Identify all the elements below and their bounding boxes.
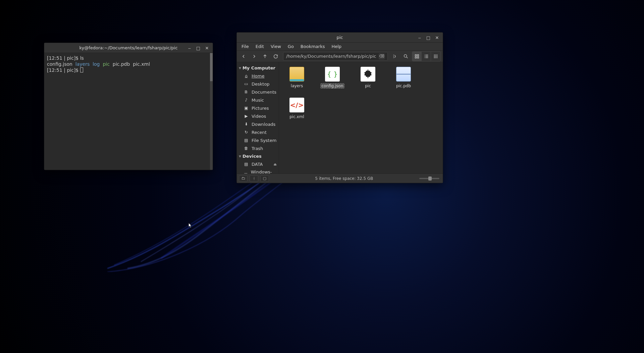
path-text: /home/ky/Documents/learn/fsharp/pic/pic: [286, 54, 376, 59]
toggle-path-button[interactable]: [390, 52, 400, 61]
svg-point-7: [437, 55, 437, 55]
menu-view[interactable]: View: [268, 43, 284, 50]
sidebar-item-filesystem[interactable]: ▤File System: [237, 136, 279, 144]
menu-bookmarks[interactable]: Bookmarks: [298, 43, 328, 50]
fm-file-grid[interactable]: layers { } config.json pic pic.pdb </> p…: [279, 62, 443, 173]
menu-file[interactable]: File: [239, 43, 252, 50]
ls-output-file: pic.pdb: [113, 61, 130, 67]
trash-icon: 🗑: [244, 146, 249, 151]
nav-up-button[interactable]: [260, 52, 270, 61]
path-clear-button[interactable]: ⌫: [379, 53, 385, 59]
terminal-maximize-button[interactable]: □: [194, 44, 203, 52]
terminal-titlebar[interactable]: ky@fedora:~/Documents/learn/fsharp/pic/p…: [44, 43, 213, 53]
file-item-xml[interactable]: </> pic.xml: [284, 98, 310, 119]
home-icon: ⌂: [244, 73, 249, 79]
folder-icon: [289, 67, 304, 82]
file-item-pdb[interactable]: pic.pdb: [390, 67, 417, 88]
svg-point-12: [435, 57, 436, 58]
sidebar-item-home[interactable]: ⌂Home: [237, 72, 279, 80]
menu-help[interactable]: Help: [329, 43, 344, 50]
nav-forward-button[interactable]: [250, 52, 259, 61]
view-list-button[interactable]: [422, 52, 431, 61]
terminal-command: ls: [80, 55, 84, 61]
file-manager-window: pic ‒ □ ✕ File Edit View Go Bookmarks He…: [236, 32, 443, 183]
sidebar-item-data[interactable]: ▤DATA⏏: [237, 160, 279, 168]
sidebar-item-downloads[interactable]: ⬇Downloads: [237, 120, 279, 128]
zoom-slider[interactable]: [419, 178, 439, 179]
path-bar[interactable]: /home/ky/Documents/learn/fsharp/pic/pic …: [283, 52, 388, 61]
music-icon: ♪: [244, 97, 249, 103]
svg-point-11: [434, 57, 434, 58]
menu-go[interactable]: Go: [285, 43, 297, 50]
terminal-body[interactable]: [12:51 | pic]$ ls config.json layers log…: [44, 53, 213, 170]
terminal-prompt: [12:51 | pic]$: [47, 55, 80, 61]
terminal-scrollbar[interactable]: [210, 53, 213, 170]
file-label-selected: config.json: [321, 84, 344, 88]
file-item-folder[interactable]: layers: [284, 67, 310, 88]
status-text: 5 items, Free space: 32.5 GB: [269, 176, 419, 181]
terminal-window: ky@fedora:~/Documents/learn/fsharp/pic/p…: [44, 43, 213, 170]
fm-toolbar: /home/ky/Documents/learn/fsharp/pic/pic …: [237, 51, 443, 62]
recent-icon: ↻: [244, 130, 249, 135]
desktop-icon: ▭: [244, 81, 249, 87]
nav-reload-button[interactable]: [271, 52, 280, 61]
svg-point-9: [435, 56, 436, 56]
svg-point-0: [404, 54, 407, 57]
drive-icon: ▤: [244, 172, 248, 173]
ls-output-dir: log: [93, 61, 100, 67]
terminal-title: ky@fedora:~/Documents/learn/fsharp/pic/p…: [79, 45, 177, 50]
videos-icon: ▶: [244, 113, 249, 119]
ls-output-exec: pic: [103, 61, 109, 67]
svg-rect-3: [415, 57, 416, 58]
sidebar-item-music[interactable]: ♪Music: [237, 96, 279, 104]
sidebar-item-trash[interactable]: 🗑Trash: [237, 144, 279, 152]
fm-title: pic: [336, 35, 343, 40]
svg-point-13: [437, 57, 437, 58]
svg-point-5: [434, 55, 434, 55]
terminal-close-button[interactable]: ✕: [203, 44, 211, 52]
fm-titlebar[interactable]: pic ‒ □ ✕: [237, 33, 443, 43]
view-icons-button[interactable]: [412, 52, 422, 61]
terminal-cursor: [80, 67, 83, 72]
sidebar-item-windows[interactable]: ▤Windows-SSD: [237, 168, 279, 173]
svg-point-8: [434, 56, 434, 56]
ls-output-file: config.json: [47, 61, 72, 67]
svg-point-10: [437, 56, 437, 56]
disk-icon: ▤: [244, 138, 249, 143]
sidebar-item-recent[interactable]: ↻Recent: [237, 128, 279, 136]
mouse-cursor: [188, 223, 193, 230]
status-show-places-button[interactable]: 🗀: [239, 175, 248, 182]
gear-icon: [361, 67, 375, 82]
file-item-exec[interactable]: pic: [355, 67, 381, 88]
terminal-prompt: [12:51 | pic]$: [47, 67, 80, 73]
ls-output-file: pic.xml: [133, 61, 150, 67]
xml-file-icon: </>: [289, 98, 304, 112]
status-close-sidebar-button[interactable]: ▢: [260, 175, 269, 182]
fm-minimize-button[interactable]: ‒: [415, 33, 424, 42]
sidebar-cat-computer[interactable]: ▼My Computer: [237, 64, 279, 72]
fm-maximize-button[interactable]: □: [424, 33, 433, 42]
drive-icon: ▤: [244, 161, 249, 167]
view-compact-button[interactable]: [431, 52, 440, 61]
fm-sidebar: ▼My Computer ⌂Home ▭Desktop 🗎Documents ♪…: [237, 62, 279, 173]
fm-statusbar: 🗀 ⟊ ▢ 5 items, Free space: 32.5 GB: [237, 173, 443, 183]
svg-point-6: [435, 55, 436, 55]
sidebar-item-desktop[interactable]: ▭Desktop: [237, 80, 279, 88]
eject-icon[interactable]: ⏏: [274, 162, 277, 166]
sidebar-cat-devices[interactable]: ▼Devices: [237, 152, 279, 160]
terminal-minimize-button[interactable]: ‒: [185, 44, 194, 52]
sidebar-item-pictures[interactable]: ▣Pictures: [237, 104, 279, 112]
file-item-json[interactable]: { } config.json: [319, 67, 345, 88]
svg-rect-1: [415, 54, 416, 56]
ls-output-dir: layers: [75, 61, 90, 67]
status-show-tree-button[interactable]: ⟊: [250, 175, 258, 182]
nav-back-button[interactable]: [239, 52, 248, 61]
fm-close-button[interactable]: ✕: [433, 33, 441, 42]
svg-rect-4: [417, 57, 419, 58]
sidebar-item-videos[interactable]: ▶Videos: [237, 112, 279, 120]
documents-icon: 🗎: [244, 89, 249, 95]
sidebar-item-documents[interactable]: 🗎Documents: [237, 88, 279, 96]
search-button[interactable]: [401, 52, 411, 61]
menu-edit[interactable]: Edit: [253, 43, 267, 50]
text-file-icon: [396, 67, 411, 82]
